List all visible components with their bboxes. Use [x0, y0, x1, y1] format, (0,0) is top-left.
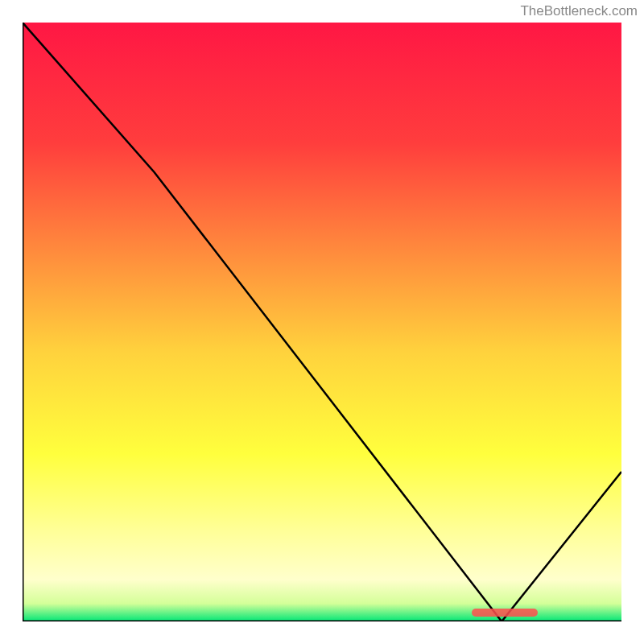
chart-container [23, 23, 621, 621]
watermark-text: TheBottleneck.com [520, 3, 638, 19]
chart-plot-area [23, 23, 621, 621]
chart-curve [23, 23, 621, 621]
optimal-range-marker [472, 609, 538, 617]
